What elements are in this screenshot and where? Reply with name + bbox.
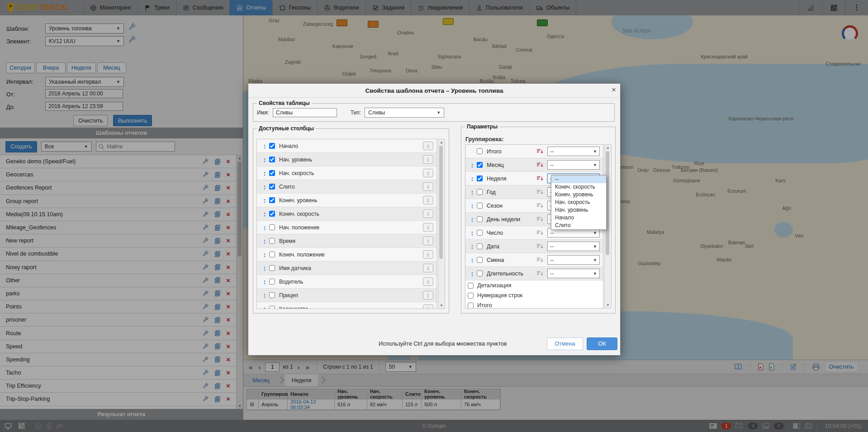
grouping-column-select[interactable]: --▼ <box>547 255 600 265</box>
grouping-checkbox[interactable] <box>477 230 483 236</box>
dropdown-option[interactable]: Слито <box>551 222 606 229</box>
column-checkbox[interactable] <box>269 306 275 309</box>
rename-column-button[interactable]: I <box>423 155 433 164</box>
move-updown-icon[interactable]: ↕ <box>468 256 477 264</box>
column-checkbox[interactable] <box>269 170 275 176</box>
column-row[interactable]: ↕Конеч. положениеI <box>257 248 436 261</box>
column-checkbox[interactable] <box>269 238 275 244</box>
grouping-checkbox[interactable] <box>477 162 483 168</box>
move-updown-icon[interactable]: ↕ <box>260 291 269 299</box>
move-updown-icon[interactable]: ↕ <box>260 237 269 245</box>
move-updown-icon[interactable]: ↕ <box>468 202 477 209</box>
grouping-column-select[interactable]: --▼ <box>547 242 600 251</box>
grouping-row[interactable]: ↕Смена--▼ <box>465 253 603 267</box>
dropdown-option[interactable]: Нач. скорость <box>551 199 606 206</box>
cancel-button[interactable]: Отмена <box>547 337 583 350</box>
grouping-checkbox[interactable] <box>477 148 483 154</box>
option-row[interactable]: Детализация <box>465 280 603 290</box>
column-checkbox[interactable] <box>269 211 275 217</box>
group-sort-icon[interactable] <box>536 189 544 195</box>
rename-column-button[interactable]: I <box>423 209 433 218</box>
column-checkbox[interactable] <box>269 157 275 162</box>
move-updown-icon[interactable]: ↕ <box>260 251 269 258</box>
dropdown-option[interactable]: -- <box>551 176 606 183</box>
grouping-checkbox[interactable] <box>477 271 483 276</box>
move-updown-icon[interactable]: ↕ <box>260 305 269 309</box>
move-updown-icon[interactable]: ↕ <box>468 188 477 196</box>
grouping-checkbox[interactable] <box>477 176 483 181</box>
scroll-down-icon[interactable]: ▼ <box>605 303 611 307</box>
table-type-select[interactable]: Сливы▼ <box>365 108 444 118</box>
rename-column-button[interactable]: I <box>423 182 433 191</box>
column-checkbox[interactable] <box>269 184 275 190</box>
dropdown-option[interactable]: Нач. уровень <box>551 206 606 214</box>
move-updown-icon[interactable]: ↕ <box>260 156 269 163</box>
column-row[interactable]: ↕КоличествоI <box>257 302 436 309</box>
move-updown-icon[interactable]: ↕ <box>468 229 477 237</box>
group-sort-icon[interactable] <box>536 243 544 250</box>
table-name-input[interactable] <box>273 108 337 117</box>
group-sort-icon[interactable] <box>536 270 544 277</box>
column-checkbox[interactable] <box>269 197 275 203</box>
group-sort-icon[interactable] <box>536 216 544 223</box>
rename-column-button[interactable]: I <box>423 264 433 272</box>
move-updown-icon[interactable]: ↕ <box>468 242 477 250</box>
group-sort-icon[interactable] <box>536 175 544 182</box>
grouping-row[interactable]: ↕Дата--▼ <box>465 240 603 253</box>
grouping-checkbox[interactable] <box>477 257 483 263</box>
group-sort-icon[interactable] <box>536 161 544 168</box>
column-row[interactable]: ↕ВремяI <box>257 234 436 248</box>
scroll-up-icon[interactable]: ▲ <box>438 140 445 144</box>
column-row[interactable]: ↕Нач. положениеI <box>257 221 436 234</box>
column-row[interactable]: ↕Имя датчикаI <box>257 261 436 275</box>
group-sort-icon[interactable] <box>536 202 544 209</box>
move-updown-icon[interactable]: ↕ <box>260 183 269 190</box>
dropdown-option[interactable]: Конеч. уровень <box>551 191 606 199</box>
column-row[interactable]: ↕Конеч. уровеньI <box>257 194 436 207</box>
move-updown-icon[interactable]: ↕ <box>260 264 269 272</box>
move-updown-icon[interactable]: ↕ <box>468 175 477 182</box>
column-row[interactable]: ↕Конеч. скоростьI <box>257 207 436 221</box>
move-updown-icon[interactable]: ↕ <box>260 278 269 285</box>
scroll-up-icon[interactable]: ▲ <box>605 146 611 150</box>
grouping-checkbox[interactable] <box>477 216 483 222</box>
rename-column-button[interactable]: I <box>423 223 433 232</box>
rename-column-button[interactable]: I <box>423 250 433 259</box>
column-checkbox[interactable] <box>269 143 275 149</box>
column-checkbox[interactable] <box>269 265 275 271</box>
option-checkbox[interactable] <box>468 293 474 299</box>
column-row[interactable]: ↕ПрицепI <box>257 289 436 302</box>
move-updown-icon[interactable]: ↕ <box>468 215 477 223</box>
option-row[interactable]: Итого <box>465 300 603 309</box>
close-icon[interactable]: × <box>612 86 616 94</box>
move-updown-icon[interactable]: ↕ <box>260 169 269 177</box>
column-row[interactable]: ↕СлитоI <box>257 180 436 194</box>
grouping-column-select[interactable]: --▼ <box>547 147 600 156</box>
rename-column-button[interactable]: I <box>423 237 433 245</box>
column-row[interactable]: ↕Нач. скоростьI <box>257 166 436 180</box>
column-checkbox[interactable] <box>269 252 275 257</box>
grouping-checkbox[interactable] <box>477 243 483 249</box>
grouping-row[interactable]: ↕Месяц--▼ <box>465 158 603 172</box>
column-checkbox[interactable] <box>269 279 275 285</box>
grouping-column-select[interactable]: --▼ <box>547 160 600 170</box>
move-updown-icon[interactable]: ↕ <box>468 161 477 169</box>
rename-column-button[interactable]: I <box>423 142 433 150</box>
rename-column-button[interactable]: I <box>423 291 433 299</box>
move-updown-icon[interactable]: ↕ <box>260 196 269 204</box>
grouping-row[interactable]: ↕Длительность--▼ <box>465 267 603 280</box>
rename-column-button[interactable]: I <box>423 196 433 204</box>
move-updown-icon[interactable]: ↕ <box>260 142 269 150</box>
option-checkbox[interactable] <box>468 303 474 309</box>
move-updown-icon[interactable]: ↕ <box>260 210 269 218</box>
group-sort-icon[interactable] <box>536 256 544 263</box>
grouping-checkbox[interactable] <box>477 189 483 195</box>
group-sort-icon[interactable] <box>536 148 544 155</box>
column-checkbox[interactable] <box>269 224 275 230</box>
rename-column-button[interactable]: I <box>423 169 433 177</box>
column-checkbox[interactable] <box>269 292 275 298</box>
ok-button[interactable]: ОК <box>587 337 617 350</box>
rename-column-button[interactable]: I <box>423 304 433 309</box>
option-checkbox[interactable] <box>468 283 474 289</box>
column-row[interactable]: ↕ВодительI <box>257 275 436 289</box>
